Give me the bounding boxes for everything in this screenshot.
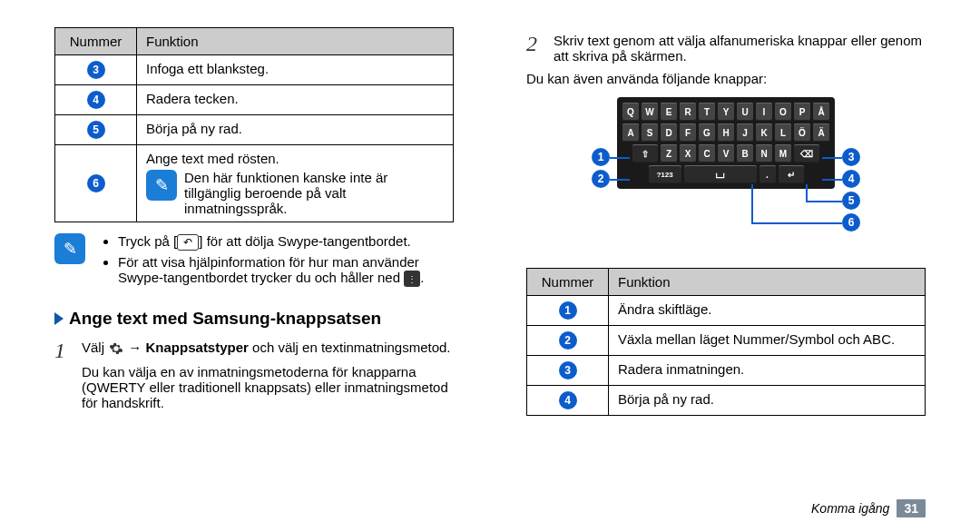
table-row: 4 Radera tecken. [55,85,454,115]
col-funktion: Funktion [137,28,454,55]
step-1: 1 Välj → Knappsatstyper och välj en text… [54,340,454,410]
keyboard-illustration: Q W E R T Y U I O P Å A S D F G H J K [526,97,926,242]
table-row: 3 Infoga ett blanksteg. [55,55,454,85]
key-row-4: ?123 ⌴ . ↵ [622,165,829,183]
table-row: 1 Ändra skiftläge. [527,296,926,326]
note-icon: ✎ [54,233,85,264]
callout-6: 6 [842,213,860,232]
note-item: Tryck på [↶] för att dölja Swype-tangent… [118,233,454,251]
function-table-left: Nummer Funktion 3 Infoga ett blanksteg. … [54,27,454,222]
badge-4: 4 [87,91,105,109]
badge-6: 6 [87,174,105,192]
table-row: 4 Börja på ny rad. [527,386,926,416]
key-row-3: ⇧ Z X C V B N M ⌫ [622,144,829,163]
callout-3: 3 [842,148,860,166]
col-nummer: Nummer [55,28,137,55]
function-table-right: Nummer Funktion 1 Ändra skiftläge. 2 Väx… [526,268,926,416]
page-footer: Komma igång 31 [811,499,926,517]
badge-5: 5 [87,121,105,139]
callout-5: 5 [842,192,860,210]
dot-key: . [760,165,776,183]
badge-2: 2 [559,331,577,350]
col-nummer: Nummer [527,269,609,296]
swype-key-icon: ⋮ [404,271,420,287]
badge-3: 3 [87,61,105,79]
enter-key: ↵ [779,165,804,183]
step-2: 2 Skriv text genom att välja alfanumeris… [526,33,926,64]
badge-1: 1 [559,301,577,320]
table-row: 3 Radera inmatningen. [527,356,926,386]
callout-1: 1 [592,148,610,166]
table-row: 6 Ange text med rösten. ✎ Den här funkti… [55,145,454,222]
section-marker-icon [54,312,64,325]
backspace-key: ⌫ [794,144,819,163]
badge-3: 3 [559,361,577,379]
table-row: 5 Börja på ny rad. [55,115,454,145]
back-icon: ↶ [177,234,199,251]
mode-key: ?123 [649,165,681,183]
section-heading: Ange text med Samsung-knappsatsen [54,309,454,329]
space-key: ⌴ [684,165,757,183]
note-item: För att visa hjälpinformation för hur ma… [118,254,454,287]
callout-4: 4 [842,170,860,188]
note-icon: ✎ [146,170,177,201]
callout-2: 2 [592,170,610,188]
gear-icon [108,340,124,357]
shift-key: ⇧ [632,144,658,163]
key-row-1: Q W E R T Y U I O P Å [622,103,829,121]
table-row: 2 Växla mellan läget Nummer/Symbol och A… [527,326,926,356]
col-funktion: Funktion [609,269,926,296]
key-row-2: A S D F G H J K L Ö Ä [622,123,829,142]
keyboard: Q W E R T Y U I O P Å A S D F G H J K [617,97,835,189]
note-block: ✎ Tryck på [↶] för att dölja Swype-tange… [54,233,454,291]
badge-4: 4 [559,391,577,409]
